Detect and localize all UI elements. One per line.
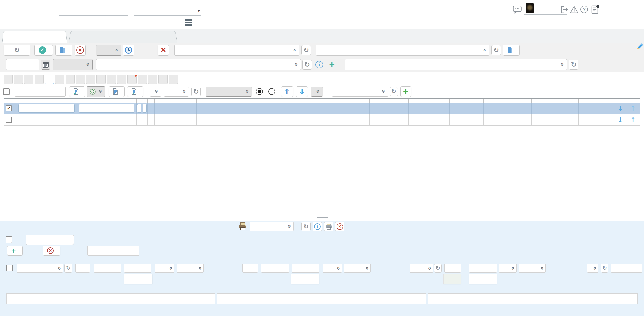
tab-documents[interactable] (158, 75, 168, 84)
item-margin-rate-select[interactable]: » (519, 264, 546, 273)
item-margin-amount-input[interactable] (469, 264, 497, 273)
save-button[interactable]: ✓ (34, 45, 53, 56)
col-baggage[interactable] (172, 99, 197, 103)
clone-button[interactable] (55, 45, 72, 56)
remove-item-button[interactable]: ✕ (43, 246, 60, 256)
chevron-double-icon[interactable]: » (286, 225, 292, 228)
copy-up-icon[interactable]: ↑ (630, 105, 636, 112)
item-sell-amount-input[interactable] (292, 264, 319, 273)
clear-broker-button[interactable]: ✕ (158, 45, 169, 56)
broker-input[interactable]: » (174, 45, 299, 56)
office-input[interactable]: » (316, 45, 489, 56)
copy-down-icon[interactable]: ↓ (617, 116, 623, 124)
tab-fixture[interactable] (55, 75, 64, 84)
avatar[interactable] (526, 3, 534, 13)
printer-color-icon[interactable] (239, 222, 247, 231)
item-notes-input[interactable] (611, 264, 642, 273)
aircraft-reg-input[interactable]: » (332, 87, 388, 97)
col-operator[interactable] (16, 99, 77, 103)
col-operator-no[interactable] (370, 99, 409, 103)
item-cost-rate-select[interactable]: » (177, 264, 204, 273)
item-supplier-select[interactable]: » (587, 264, 598, 273)
help-icon[interactable]: ? (580, 6, 588, 13)
col-sell[interactable] (499, 99, 532, 103)
option-cell[interactable] (77, 114, 137, 126)
date-of-request-input[interactable] (6, 59, 39, 70)
col-cost-cur[interactable] (484, 99, 499, 103)
detail-delete-button[interactable]: ✕ (335, 222, 344, 231)
tab-similar-route[interactable] (138, 75, 147, 84)
item-sell-q-input[interactable] (242, 264, 258, 273)
tab-enquiry[interactable] (69, 31, 177, 43)
na-checkbox[interactable] (6, 236, 12, 243)
tab-calculation[interactable] (14, 75, 23, 84)
quote-options-select[interactable]: » (87, 86, 105, 97)
flag-cell[interactable] (137, 104, 141, 113)
col-smoking[interactable] (335, 99, 370, 103)
move-up-button[interactable]: ⇧ (281, 86, 293, 97)
currency-rate-select[interactable]: » (164, 87, 189, 97)
tab-courriers[interactable] (86, 75, 95, 84)
edit-pencil-icon[interactable] (635, 42, 644, 51)
contact-input[interactable]: » (345, 59, 567, 70)
item-sell-currency-select[interactable]: » (323, 264, 342, 273)
item-sell-rate-select[interactable]: » (344, 264, 371, 273)
item-cost-amount-input[interactable] (124, 264, 151, 273)
flag2-cell[interactable] (143, 104, 147, 113)
tab-awb[interactable] (96, 75, 106, 84)
move-down-button[interactable]: ⇩ (296, 86, 308, 97)
operator-cell[interactable] (18, 104, 75, 113)
contact-refresh-button[interactable]: ↻ (569, 60, 578, 70)
copy-up-icon[interactable]: ↑ (630, 116, 636, 124)
tab-calculation-new[interactable] (24, 75, 33, 84)
item-unit-refresh[interactable]: ↻ (434, 264, 442, 273)
col-seats[interactable] (155, 99, 172, 103)
tab-option-pax[interactable] (169, 75, 178, 84)
table-row[interactable]: ✓ ↓ ↑ (4, 103, 640, 114)
chevron-double-icon[interactable]: » (482, 48, 488, 52)
calendar-button[interactable] (41, 60, 50, 70)
item-type-refresh[interactable]: ↻ (64, 264, 72, 273)
copy-down-icon[interactable]: ↓ (617, 105, 623, 112)
cancel-button[interactable]: ✕ (75, 45, 86, 56)
history-clock-button[interactable] (123, 45, 134, 56)
item-supplier-refresh[interactable]: ↻ (601, 264, 608, 273)
col-num[interactable] (4, 99, 16, 103)
request-type-select[interactable]: » (53, 59, 93, 70)
table-row[interactable]: ↓ ↑ (4, 114, 640, 126)
super-search-input[interactable] (59, 6, 128, 13)
import-button[interactable] (503, 45, 520, 56)
customer-input[interactable]: » (96, 59, 301, 70)
company-selector[interactable]: ▼ (134, 6, 201, 16)
row-checkbox[interactable]: ✓ (6, 105, 12, 111)
chevron-double-icon[interactable]: » (292, 48, 298, 52)
row-checkbox[interactable] (6, 117, 12, 123)
chevron-double-icon[interactable]: » (293, 63, 299, 66)
info-icon[interactable]: i (315, 61, 323, 68)
item-margin-pct-input[interactable] (444, 264, 461, 273)
tab-correspondence[interactable] (107, 75, 116, 84)
currency-refresh-button[interactable]: ↻ (191, 87, 201, 96)
currency-select[interactable]: » (150, 87, 161, 97)
refresh-button[interactable]: ↻ (4, 45, 30, 56)
item-cost-price-input[interactable] (94, 264, 121, 273)
item-cost-currency-select[interactable]: » (155, 264, 174, 273)
cost-radio[interactable] (256, 88, 263, 95)
col-year[interactable] (222, 99, 245, 103)
quote-button[interactable] (69, 86, 85, 97)
hamburger-menu-icon[interactable] (185, 18, 192, 27)
aircraft-refresh-button[interactable]: ↻ (390, 87, 398, 96)
customer-refresh-button[interactable]: ↻ (302, 60, 312, 70)
tab-home[interactable] (2, 31, 67, 43)
col-margin-cur[interactable] (599, 99, 615, 103)
col-margin[interactable] (547, 99, 579, 103)
select-all-checkbox[interactable] (3, 88, 10, 95)
item-sell-price-input[interactable] (261, 264, 289, 273)
add-option-button[interactable]: + (400, 86, 411, 97)
status-select[interactable]: » (96, 45, 121, 56)
splitter-drag-handle[interactable] (317, 216, 328, 220)
col-margin-pct[interactable] (579, 99, 599, 103)
chevron-double-icon[interactable]: » (559, 63, 565, 66)
col-owners[interactable] (197, 99, 222, 103)
tab-brief[interactable] (76, 75, 85, 84)
